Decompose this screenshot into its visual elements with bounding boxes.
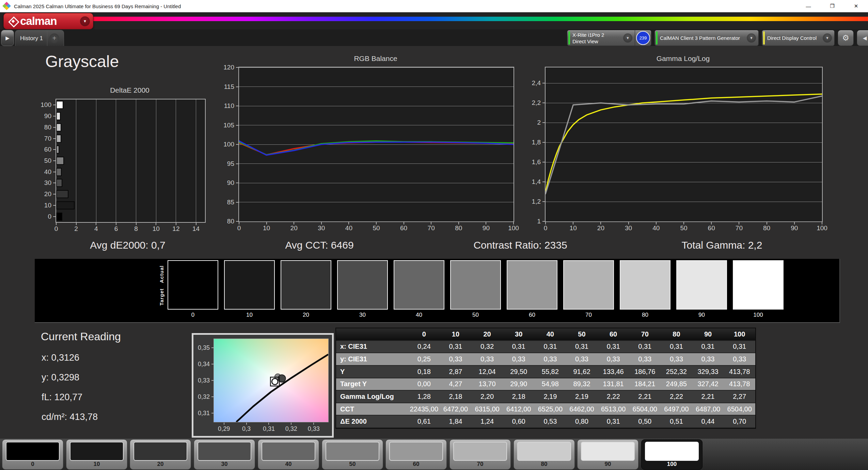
pattern-button-70[interactable]: 70 [449, 439, 511, 470]
swatch-label-100: 100 [733, 312, 784, 318]
deltae-bar-100 [56, 101, 63, 109]
cie-chart: 0,310,320,330,340,350,290,30,310,320,33 [214, 339, 329, 422]
current-reading-title: Current Reading [41, 330, 121, 343]
grayscale-swatch-50 [450, 260, 501, 310]
pattern-patch-50 [326, 442, 379, 461]
deltae-bar-0 [56, 213, 62, 221]
tab-history-1[interactable]: History 1 + [15, 30, 64, 46]
gamma-chart-title: Gamma Log/Log [657, 54, 710, 63]
pattern-patch-40 [262, 442, 315, 461]
pattern-label-0: 0 [2, 461, 63, 468]
pattern-button-80[interactable]: 80 [514, 439, 575, 470]
tab-history-label: History 1 [20, 35, 43, 42]
pattern-button-0[interactable]: 0 [2, 439, 63, 470]
stat-contrast-ratio: Contrast Ratio: 2335 [473, 239, 567, 251]
grayscale-swatch-90 [676, 260, 727, 310]
table-header-row: 0102030405060708090100 [336, 328, 755, 341]
deltae-bar-70 [56, 135, 61, 143]
calman-app-icon [3, 2, 11, 10]
swatch-label-40: 40 [394, 312, 444, 318]
display-control-caret-icon[interactable]: ▼ [823, 33, 832, 43]
meter-dropdown[interactable]: X-Rite i1Pro 2 Direct View ▼ 239 [567, 30, 651, 46]
pattern-generator-caret-icon[interactable]: ▼ [747, 33, 756, 43]
table-row: y: CIE310,250,330,330,330,330,330,330,33… [336, 353, 755, 366]
pattern-label-100: 100 [642, 461, 702, 468]
main-content: Grayscale DeltaE 2000 024681012141009080… [0, 46, 868, 439]
deltae-bar-10 [56, 201, 75, 209]
calman-window: Calman 2025 Calman Ultimate for Business… [0, 0, 868, 470]
swatch-label-60: 60 [507, 312, 557, 318]
grayscale-swatch-40 [394, 260, 444, 310]
reading-x: x: 0,3126 [42, 352, 79, 363]
display-control-label: Direct Display Control [767, 35, 817, 41]
add-tab-button[interactable]: + [49, 33, 59, 43]
stat-total-gamma: Total Gamma: 2,2 [682, 239, 762, 251]
pattern-patch-90 [581, 442, 635, 461]
deltae-bar-60 [56, 145, 59, 154]
deltae-chart: 024681012141009080706050403020100 [56, 99, 206, 223]
meter-caret-icon[interactable]: ▼ [623, 33, 632, 43]
swatch-label-70: 70 [563, 312, 614, 318]
display-control-dropdown[interactable]: Direct Display Control ▼ [762, 30, 835, 46]
swatch-label-50: 50 [450, 312, 501, 318]
deltae-bar-40 [56, 168, 62, 176]
rgb-chart-title: RGB Balance [354, 54, 397, 63]
pattern-button-50[interactable]: 50 [322, 439, 383, 470]
pattern-patch-70 [453, 442, 507, 461]
rgb-balance-chart: 8085909510010511011512001020304050607080… [238, 67, 514, 222]
meter-badge-box: 239 [635, 30, 651, 46]
table-row: Gamma Log/Log1,282,182,202,182,192,192,2… [336, 391, 755, 403]
pattern-button-30[interactable]: 30 [194, 439, 255, 470]
pattern-label-30: 30 [194, 461, 255, 468]
pattern-button-60[interactable]: 60 [385, 439, 447, 470]
pattern-label-70: 70 [450, 461, 510, 468]
pattern-button-20[interactable]: 20 [130, 439, 191, 470]
stat-avg-cct: Avg CCT: 6469 [285, 239, 353, 251]
close-icon[interactable]: ✕ [844, 0, 868, 12]
grayscale-swatch-strip: Actual Target 0102030405060708090100 [35, 259, 840, 323]
meter-name: X-Rite i1Pro 2 [572, 32, 604, 38]
grayscale-swatch-60 [507, 260, 557, 310]
swatch-label-20: 20 [281, 312, 331, 318]
restore-icon[interactable]: ❐ [820, 0, 844, 12]
deltae-bar-30 [56, 179, 62, 187]
pattern-button-40[interactable]: 40 [258, 439, 319, 470]
collapse-panel-icon[interactable]: ◀ [857, 30, 868, 46]
pattern-patch-0 [6, 442, 60, 461]
pattern-patch-100 [645, 442, 699, 461]
grayscale-swatch-0 [168, 260, 218, 310]
reading-fl: fL: 120,77 [42, 392, 82, 403]
pattern-label-20: 20 [130, 461, 191, 468]
swatch-label-10: 10 [224, 312, 275, 318]
pattern-button-100[interactable]: 100 [641, 439, 703, 470]
pattern-button-90[interactable]: 90 [577, 439, 638, 470]
deltae-bar-90 [56, 112, 61, 120]
titlebar: Calman 2025 Calman Ultimate for Business… [0, 0, 868, 12]
table-row: Y0,182,8712,0429,5055,8291,62133,46186,7… [336, 366, 755, 378]
target-row-label: Target [159, 288, 164, 306]
pattern-bar: ▲ ■ ▶ [··] ∞ ↻ « Back Next » 01020304050… [0, 439, 868, 470]
pattern-patch-80 [517, 442, 571, 461]
meter-count-badge: 239 [636, 31, 650, 45]
pattern-patch-60 [389, 442, 443, 461]
minimize-icon[interactable]: — [796, 0, 820, 12]
calman-logo-text: calman [20, 15, 57, 28]
calman-menu-button[interactable]: calman ▼ [3, 13, 93, 29]
measurement-table: 0102030405060708090100x: CIE310,240,310,… [335, 328, 756, 429]
swatch-label-80: 80 [620, 312, 670, 318]
deltae-bar-20 [56, 190, 68, 198]
pattern-button-10[interactable]: 10 [66, 439, 127, 470]
calman-menu-caret-icon[interactable]: ▼ [80, 16, 90, 26]
reading-y: y: 0,3298 [42, 372, 79, 383]
pattern-label-50: 50 [322, 461, 383, 468]
tab-divider [47, 30, 47, 46]
swatch-label-90: 90 [676, 312, 727, 318]
pattern-generator-dropdown[interactable]: CalMAN Client 3 Pattern Generator ▼ [654, 30, 759, 46]
gamma-chart: 11,21,41,61,822,22,401020304050607080901… [545, 67, 823, 222]
reading-cdm2: cd/m²: 413,78 [42, 412, 98, 422]
settings-gear-icon[interactable]: ⚙ [838, 30, 854, 46]
cie-chart-frame: 0,310,320,330,340,350,290,30,310,320,33 [192, 333, 334, 438]
deltae-chart-title: DeltaE 2000 [110, 86, 149, 94]
pattern-label-10: 10 [66, 461, 127, 468]
workflow-nav-button[interactable]: ▶ [1, 30, 14, 46]
